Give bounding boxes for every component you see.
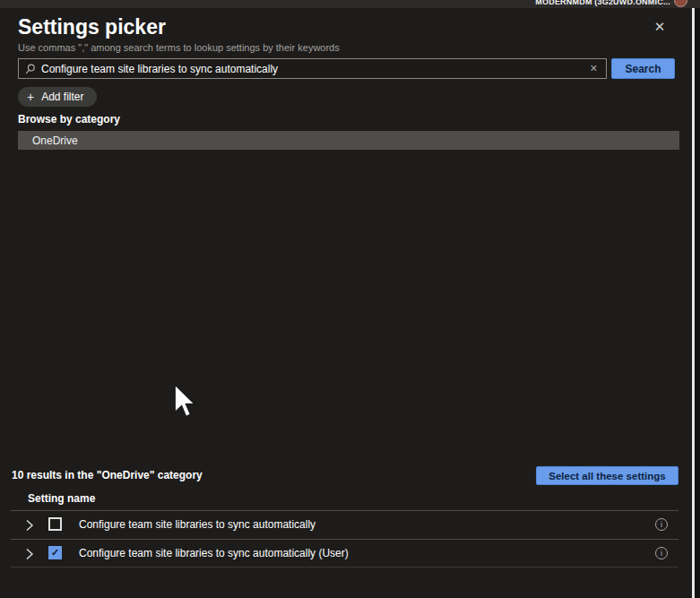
chevron-right-icon[interactable] (25, 548, 34, 564)
setting-name-column-header: Setting name (28, 492, 95, 505)
search-input-value[interactable]: Configure team site libraries to sync au… (41, 63, 583, 75)
search-icon (25, 64, 36, 74)
settings-picker-panel: Settings picker ✕ Use commas "," among s… (0, 8, 692, 598)
divider (11, 567, 678, 568)
portal-top-bar: MODERNMDM (3G2UWD.ONMIC... (0, 0, 700, 8)
table-row[interactable]: ✓ Configure team site libraries to sync … (0, 540, 692, 568)
select-all-button[interactable]: Select all these settings (536, 466, 678, 485)
clear-search-icon[interactable]: ✕ (588, 62, 600, 75)
close-icon[interactable]: ✕ (652, 19, 668, 35)
chevron-right-icon[interactable] (25, 519, 34, 535)
check-icon: ✓ (51, 548, 59, 558)
search-input[interactable]: Configure team site libraries to sync au… (18, 58, 607, 79)
plus-icon: + (27, 91, 34, 103)
row-checkbox[interactable]: ✓ (48, 517, 62, 531)
search-hint-text: Use commas "," among search terms to loo… (18, 42, 340, 53)
category-item-onedrive[interactable]: OneDrive (18, 131, 679, 150)
browse-by-category-heading: Browse by category (18, 113, 120, 126)
settings-picker-screen: MODERNMDM (3G2UWD.ONMIC... Settings pick… (0, 0, 700, 598)
row-checkbox[interactable]: ✓ (48, 546, 62, 559)
info-icon[interactable]: i (655, 547, 668, 559)
setting-name-label: Configure team site libraries to sync au… (79, 547, 349, 559)
add-filter-label: Add filter (41, 91, 83, 103)
table-row[interactable]: ✓ Configure team site libraries to sync … (0, 511, 692, 539)
info-icon[interactable]: i (655, 518, 668, 531)
search-button[interactable]: Search (611, 58, 675, 79)
results-summary: 10 results in the "OneDrive" category (12, 469, 203, 481)
add-filter-button[interactable]: + Add filter (18, 87, 97, 107)
background-strip (695, 0, 700, 598)
setting-name-label: Configure team site libraries to sync au… (79, 518, 315, 531)
account-label[interactable]: MODERNMDM (3G2UWD.ONMIC... (535, 0, 670, 6)
account-avatar[interactable] (674, 0, 687, 7)
page-title: Settings picker (18, 15, 166, 39)
